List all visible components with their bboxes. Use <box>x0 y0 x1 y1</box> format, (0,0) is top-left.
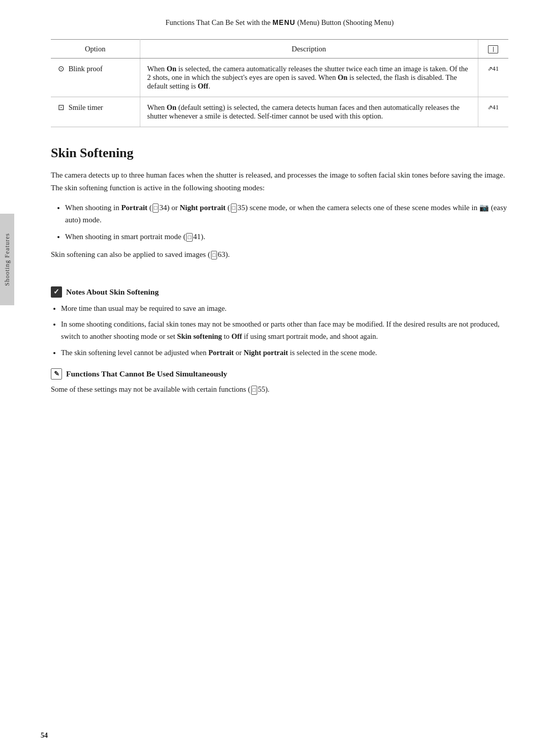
functions-section: ✎ Functions That Cannot Be Used Simultan… <box>51 368 508 396</box>
list-item: When shooting in smart portrait mode (□4… <box>65 230 508 243</box>
option-smile-timer: ⊡ Smile timer <box>51 97 140 127</box>
ref-icon: □ <box>251 386 258 394</box>
smile-timer-icon: ⊡ <box>58 103 65 111</box>
skin-softening-extra: Skin softening can also be applied to sa… <box>51 248 508 261</box>
header-text2: (Menu) Button (Shooting Menu) <box>297 18 394 26</box>
blink-proof-icon: ⊙ <box>58 65 65 73</box>
ref-icon: □ <box>152 203 159 212</box>
list-item: More time than usual may be required to … <box>61 303 508 315</box>
option-blink-proof: ⊙ Blink proof <box>51 59 140 97</box>
list-item: The skin softening level cannot be adjus… <box>61 347 508 359</box>
menu-word: MENU <box>272 18 295 26</box>
functions-header: ✎ Functions That Cannot Be Used Simultan… <box>51 368 508 380</box>
ref-icon: □ <box>211 251 218 259</box>
notes-list: More time than usual may be required to … <box>61 303 508 360</box>
blink-proof-ref: ⇗41 <box>478 59 508 97</box>
features-table: Option Description ⊙ Blink proof When On… <box>51 39 508 127</box>
functions-title: Functions That Cannot Be Used Simultaneo… <box>66 369 227 379</box>
list-item: In some shooting conditions, facial skin… <box>61 318 508 343</box>
notes-header: ✓ Notes About Skin Softening <box>51 286 508 298</box>
ref-icon: □ <box>231 203 237 212</box>
page-header: Functions That Can Be Set with the MENU … <box>51 18 508 29</box>
col-header-description: Description <box>140 40 478 59</box>
pencil-icon: ✎ <box>51 368 62 380</box>
sidebar-label: Shooting Features <box>4 233 11 286</box>
skin-softening-bullets: When shooting in Portrait (□34) or Night… <box>65 201 508 243</box>
smile-timer-description: When On (default setting) is selected, t… <box>140 97 478 127</box>
skin-softening-intro: The camera detects up to three human fac… <box>51 169 508 194</box>
list-item: When shooting in Portrait (□34) or Night… <box>65 201 508 227</box>
functions-body: Some of these settings may not be availa… <box>51 384 508 396</box>
col-header-ref <box>478 40 508 59</box>
blink-proof-label: Blink proof <box>69 65 103 73</box>
ref-icon: □ <box>186 233 193 242</box>
arrow-ref-icon: ⇗ <box>487 65 492 72</box>
smile-timer-ref: ⇗41 <box>478 97 508 127</box>
skin-softening-title: Skin Softening <box>51 146 508 161</box>
page-number: 54 <box>41 732 48 740</box>
notes-section: ✓ Notes About Skin Softening More time t… <box>51 281 508 360</box>
table-row: ⊙ Blink proof When On is selected, the c… <box>51 59 508 97</box>
book-icon <box>488 45 498 53</box>
notes-title: Notes About Skin Softening <box>66 287 159 297</box>
smile-timer-label: Smile timer <box>69 103 103 111</box>
arrow-ref-icon: ⇗ <box>487 104 492 111</box>
table-row: ⊡ Smile timer When On (default setting) … <box>51 97 508 127</box>
header-text: Functions That Can Be Set with the <box>166 18 271 26</box>
sidebar-tab: Shooting Features <box>0 214 14 305</box>
blink-proof-description: When On is selected, the camera automati… <box>140 59 478 97</box>
checkmark-icon: ✓ <box>51 286 62 298</box>
col-header-option: Option <box>51 40 140 59</box>
page-container: Shooting Features Functions That Can Be … <box>0 0 549 756</box>
